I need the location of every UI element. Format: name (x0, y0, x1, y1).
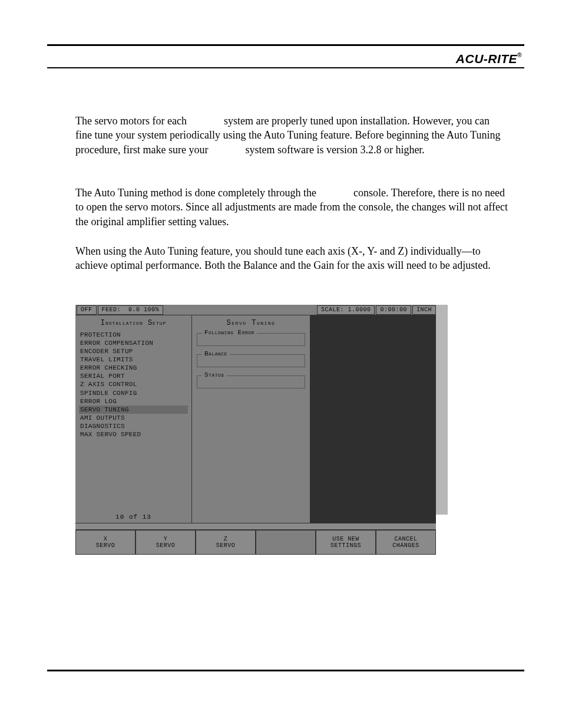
menu-item[interactable]: Encoder Setup (79, 347, 188, 355)
status-bar: OFF FEED: 0.0 100% SCALE: 1.0000 0:00:00… (75, 305, 436, 315)
sk-line1: Y (164, 536, 168, 543)
paragraph-1: The servo motors for each system are pro… (75, 114, 508, 157)
sk-line2: Servo (216, 542, 236, 549)
group-label: Status (202, 371, 227, 378)
paragraph-2: The Auto Tuning method is done completel… (75, 186, 508, 229)
menu-item[interactable]: Diagnostics (79, 422, 188, 430)
menu-page-indicator: 10 of 13 (75, 512, 191, 523)
setup-menu-title: Installation Setup (75, 315, 191, 330)
sk-line2: Settings (330, 542, 361, 549)
group-status: Status (197, 375, 305, 388)
menu-item[interactable]: Error Log (79, 397, 188, 406)
servo-tuning-panel: Servo Tuning Following Error Balance Sta… (192, 315, 310, 523)
brand-logo: ACU-RITE® (456, 52, 522, 66)
brand-mark: ® (517, 52, 522, 58)
screenshot-shadow (436, 305, 448, 515)
paragraph-3: When using the Auto Tuning feature, you … (75, 244, 508, 273)
group-following-error: Following Error (197, 333, 305, 346)
console-screenshot: OFF FEED: 0.0 100% SCALE: 1.0000 0:00:00… (75, 305, 436, 555)
sk-line2: Servo (156, 542, 176, 549)
group-label: Balance (202, 350, 230, 357)
menu-item[interactable]: Travel Limits (79, 355, 188, 364)
menu-item[interactable]: Spindle Config (79, 389, 188, 397)
dark-area (310, 315, 436, 523)
sk-line1: Z (224, 536, 228, 543)
menu-item[interactable]: AMI Outputs (79, 414, 188, 422)
separator (75, 523, 436, 530)
group-label: Following Error (202, 329, 257, 336)
time-readout: 0:00:00 (376, 305, 411, 315)
menu-item-selected[interactable]: Servo Tuning (79, 406, 188, 414)
softkey-z-servo[interactable]: Z Servo (196, 530, 256, 555)
setup-menu: Protection Error Compensation Encoder Se… (75, 330, 191, 512)
softkey-empty (256, 530, 316, 555)
softkey-row: X Servo Y Servo Z Servo Use New Settings (75, 530, 436, 555)
feed-label: FEED: (102, 307, 121, 313)
menu-item[interactable]: Error Compensation (79, 339, 188, 347)
sk-line1: X (104, 536, 108, 543)
softkey-cancel-changes[interactable]: Cancel Changes (376, 530, 436, 555)
panel-title: Servo Tuning (192, 315, 310, 330)
menu-item[interactable]: Serial Port (79, 372, 188, 380)
softkey-y-servo[interactable]: Y Servo (135, 530, 196, 555)
off-button[interactable]: OFF (77, 305, 97, 315)
group-balance: Balance (197, 354, 305, 367)
rule-under-brand (47, 67, 524, 68)
rule-top (47, 44, 524, 46)
softkey-use-new-settings[interactable]: Use New Settings (316, 530, 376, 555)
rule-bottom (47, 670, 524, 671)
units-readout: INCH (412, 305, 436, 315)
setup-menu-column: Installation Setup Protection Error Comp… (75, 315, 192, 523)
sk-line1: Use New (332, 536, 359, 543)
feed-value: 0.0 100% (128, 307, 159, 313)
sk-line2: Changes (392, 542, 419, 549)
feed-readout: FEED: 0.0 100% (98, 305, 164, 315)
sk-line2: Servo (96, 542, 115, 549)
brand-text: ACU-RITE (456, 52, 517, 65)
softkey-x-servo[interactable]: X Servo (75, 530, 135, 555)
menu-item[interactable]: Error Checking (79, 364, 188, 372)
menu-item[interactable]: Z Axis Control (79, 380, 188, 388)
scale-readout: SCALE: 1.0000 (317, 305, 375, 315)
menu-item[interactable]: Protection (79, 331, 188, 339)
menu-item[interactable]: Max Servo Speed (79, 430, 188, 439)
sk-line1: Cancel (394, 536, 417, 543)
